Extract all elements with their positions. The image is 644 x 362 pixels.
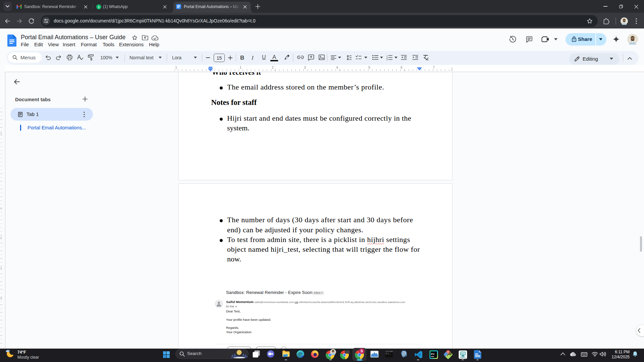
svg-text:TaskPro: TaskPro	[460, 357, 466, 358]
svg-text:3: 3	[386, 58, 388, 60]
svg-text:C:\_: C:\_	[386, 353, 390, 355]
svg-text:PC: PC	[431, 353, 435, 356]
svg-text:GG!: GG!	[461, 353, 465, 355]
svg-text:1: 1	[98, 5, 100, 9]
